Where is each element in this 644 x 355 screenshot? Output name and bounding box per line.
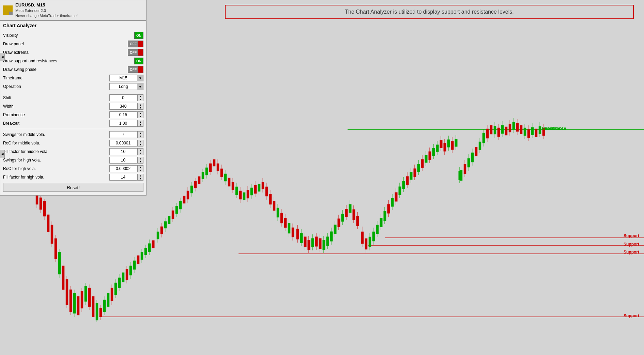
- svg-rect-166: [490, 125, 492, 134]
- swings-high-up[interactable]: ▲: [138, 157, 143, 160]
- breakout-down[interactable]: ▼: [138, 123, 143, 126]
- fill-mid-up[interactable]: ▲: [138, 149, 143, 152]
- roc-mid-up[interactable]: ▲: [138, 140, 143, 143]
- width-input[interactable]: [109, 103, 137, 110]
- swings-high-down[interactable]: ▼: [138, 160, 143, 163]
- shift-up[interactable]: ▲: [138, 95, 143, 98]
- swings-mid-up[interactable]: ▲: [138, 132, 143, 135]
- info-box: The Chart Analyzer is utilized to displa…: [225, 5, 634, 19]
- roc-high-spin[interactable]: ▲ ▼: [137, 165, 143, 172]
- roc-high-input[interactable]: [109, 165, 137, 172]
- breakout-up[interactable]: ▲: [138, 120, 143, 123]
- operation-dropdown[interactable]: Long ▼: [109, 83, 143, 90]
- operation-arrow[interactable]: ▼: [137, 83, 143, 90]
- reset-button[interactable]: Reset!: [3, 183, 143, 192]
- width-down[interactable]: ▼: [138, 106, 143, 109]
- draw-swing-toggle[interactable]: OFF: [128, 66, 143, 73]
- operation-label: Operation: [3, 84, 109, 89]
- draw-extrema-control[interactable]: OFF: [128, 49, 143, 56]
- draw-support-toggle[interactable]: ON: [134, 58, 143, 64]
- width-control[interactable]: ▲ ▼: [109, 103, 143, 110]
- roc-mid-control[interactable]: ▲ ▼: [109, 140, 143, 146]
- timeframe-dropdown[interactable]: M15 ▼: [109, 75, 143, 81]
- roc-high-label: RoC for high vola.: [3, 166, 109, 171]
- swings-mid-spin[interactable]: ▲ ▼: [137, 131, 143, 138]
- fill-high-control[interactable]: ▲ ▼: [109, 174, 143, 181]
- operation-control[interactable]: Long ▼: [109, 83, 143, 90]
- resistance-label-display: Resistance: [545, 126, 566, 131]
- draw-panel-control[interactable]: OFF: [128, 41, 143, 47]
- breakout-input[interactable]: [109, 120, 137, 127]
- svg-rect-176: [509, 124, 511, 132]
- draw-panel-red: [138, 41, 143, 47]
- fill-mid-input[interactable]: [109, 148, 137, 155]
- swings-mid-input[interactable]: [109, 131, 137, 138]
- svg-rect-192: [539, 126, 541, 134]
- roc-mid-down[interactable]: ▼: [138, 143, 143, 146]
- fill-high-down[interactable]: ▼: [138, 177, 143, 180]
- draw-extrema-off[interactable]: OFF: [128, 49, 138, 56]
- fill-mid-spin[interactable]: ▲ ▼: [137, 148, 143, 155]
- fill-high-label: Fill factor for high vola.: [3, 175, 109, 180]
- collapse-arrow-1[interactable]: ◄: [0, 53, 5, 61]
- svg-rect-74: [172, 211, 174, 219]
- width-up[interactable]: ▲: [138, 103, 143, 106]
- draw-swing-off[interactable]: OFF: [128, 66, 138, 73]
- swings-high-control[interactable]: ▲ ▼: [109, 157, 143, 164]
- swings-high-input[interactable]: [109, 157, 137, 164]
- prominence-spin[interactable]: ▲ ▼: [137, 111, 143, 118]
- prominence-input[interactable]: [109, 111, 137, 118]
- visibility-toggle[interactable]: ON: [134, 32, 143, 39]
- draw-swing-control[interactable]: OFF: [128, 66, 143, 73]
- svg-rect-88: [198, 176, 200, 184]
- breakout-control[interactable]: ▲ ▼: [109, 120, 143, 127]
- shift-input[interactable]: [109, 94, 137, 101]
- shift-row: Shift ▲ ▼: [3, 94, 143, 102]
- header-icon: [3, 5, 13, 15]
- shift-label: Shift: [3, 95, 109, 100]
- prominence-up[interactable]: ▲: [138, 112, 143, 115]
- draw-panel-off[interactable]: OFF: [128, 41, 138, 47]
- svg-rect-44: [107, 293, 109, 307]
- swings-mid-down[interactable]: ▼: [138, 135, 143, 138]
- prominence-down[interactable]: ▼: [138, 115, 143, 118]
- swings-high-label: Swings for high vola.: [3, 158, 109, 163]
- breakout-label: Breakout: [3, 121, 109, 126]
- collapse-arrow-2[interactable]: ◄: [0, 150, 5, 158]
- svg-rect-138: [292, 228, 294, 237]
- shift-down[interactable]: ▼: [138, 98, 143, 101]
- swings-high-spin[interactable]: ▲ ▼: [137, 157, 143, 164]
- swings-mid-control[interactable]: ▲ ▼: [109, 131, 143, 138]
- fill-mid-down[interactable]: ▼: [138, 152, 143, 155]
- timeframe-arrow[interactable]: ▼: [137, 75, 143, 81]
- shift-control[interactable]: ▲ ▼: [109, 94, 143, 101]
- svg-rect-168: [494, 126, 496, 134]
- timeframe-control[interactable]: M15 ▼: [109, 75, 143, 81]
- width-spin[interactable]: ▲ ▼: [137, 103, 143, 110]
- svg-rect-68: [160, 227, 163, 234]
- timeframe-label: Timeframe: [3, 76, 109, 80]
- draw-support-on[interactable]: ON: [135, 58, 143, 64]
- control-panel: Chart Analyzer Visibility ON Draw panel …: [0, 20, 147, 196]
- svg-rect-48: [114, 283, 117, 295]
- fill-high-spin[interactable]: ▲ ▼: [137, 174, 143, 181]
- roc-mid-input[interactable]: [109, 140, 137, 146]
- roc-high-control[interactable]: ▲ ▼: [109, 165, 143, 172]
- breakout-spin[interactable]: ▲ ▼: [137, 120, 143, 127]
- draw-extrema-label: Draw extrema: [3, 50, 128, 55]
- draw-support-label: Draw support and resistances: [3, 59, 134, 63]
- visibility-on[interactable]: ON: [135, 32, 143, 38]
- shift-spin[interactable]: ▲ ▼: [137, 94, 143, 101]
- prominence-control[interactable]: ▲ ▼: [109, 111, 143, 118]
- fill-high-up[interactable]: ▲: [138, 174, 143, 177]
- draw-extrema-toggle[interactable]: OFF: [128, 49, 143, 56]
- fill-high-input[interactable]: [109, 174, 137, 181]
- roc-mid-spin[interactable]: ▲ ▼: [137, 140, 143, 146]
- fill-mid-control[interactable]: ▲ ▼: [109, 148, 143, 155]
- roc-high-up[interactable]: ▲: [138, 166, 143, 169]
- roc-high-down[interactable]: ▼: [138, 169, 143, 172]
- draw-panel-toggle[interactable]: OFF: [128, 41, 143, 47]
- svg-rect-94: [209, 164, 212, 172]
- visibility-control[interactable]: ON: [134, 32, 143, 39]
- draw-support-control[interactable]: ON: [134, 58, 143, 64]
